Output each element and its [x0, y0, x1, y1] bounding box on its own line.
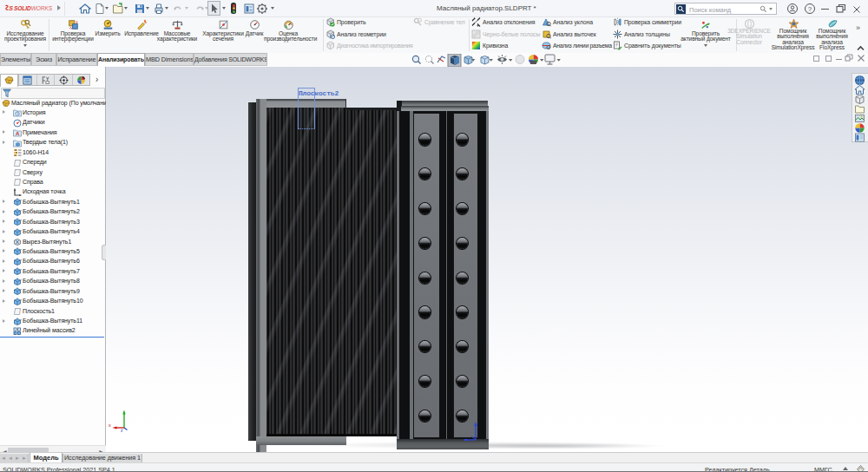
- svg-text:SOLIDWORKS: SOLIDWORKS: [14, 5, 53, 11]
- svg-text:S: S: [9, 5, 13, 11]
- svg-text:?: ?: [808, 5, 812, 13]
- svg-text:x: x: [108, 423, 111, 428]
